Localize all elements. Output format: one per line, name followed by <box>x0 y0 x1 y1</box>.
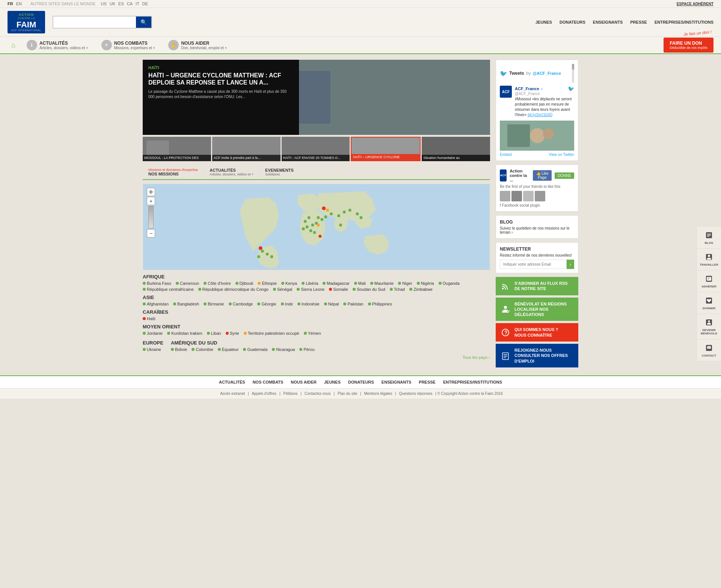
about-button[interactable]: ? QUI SOMMES NOUS ? NOUS CONNAÎTRE <box>496 323 578 342</box>
tab-actualites[interactable]: ACTUALITÉS Articles, dossiers, vidéos et… <box>204 165 259 179</box>
footer-extranet[interactable]: Accès extranet <box>220 391 245 396</box>
country-rdc[interactable]: République démocratique du Congo <box>198 287 268 292</box>
country-tchad[interactable]: Tchad <box>390 287 405 292</box>
country-bolivie[interactable]: Bolivie <box>171 347 187 352</box>
map-zoom-slider[interactable] <box>148 206 154 228</box>
nav-entreprises[interactable]: ENTREPRISES/INSTITUTIONS <box>655 20 713 24</box>
country-colombie[interactable]: Colombie <box>192 347 213 352</box>
twitter-scrollbar[interactable] <box>572 64 574 83</box>
country-senegal[interactable]: Sénégal <box>273 287 292 292</box>
side-benevole[interactable]: DEVENIR BÉNÉVOLE <box>697 314 721 339</box>
footer-petitions[interactable]: Pétitions <box>283 391 297 396</box>
home-icon[interactable]: ⌂ <box>8 38 19 52</box>
country-pakistan[interactable]: Pakistan <box>343 302 363 306</box>
tab-nos-missions[interactable]: Missions et domaines d'expertise NOS MIS… <box>143 165 204 179</box>
side-contact[interactable]: CONTACT <box>697 340 721 361</box>
subnav-nous-aider[interactable]: ✋ NOUS AIDER Don, bénévolat, emploi et + <box>163 37 232 53</box>
country-cote-ivoire[interactable]: Côte d'Ivoire <box>204 281 231 286</box>
footer-mentions[interactable]: Mentions légales <box>364 391 392 396</box>
map-zoom-in[interactable]: + <box>147 197 155 205</box>
country-kenya[interactable]: Kenya <box>281 281 297 286</box>
donate-button[interactable]: FAIRE UN DON Déductible de vos impôts <box>664 38 713 53</box>
country-sierra-leone[interactable]: Sierra Leone <box>297 287 324 292</box>
thumb-haiti-tonnes[interactable]: HAÏTI : ACF ENVOIE 20 TONNES D... <box>282 137 350 161</box>
logo[interactable]: ACTION CONTRE LA FAIM ACF INTERNATIONAL <box>8 11 45 33</box>
country-yemen[interactable]: Yémen <box>304 331 321 336</box>
footer-nav-enseignants[interactable]: ENSEIGNANTS <box>382 380 411 384</box>
footer-nav-nous-aider[interactable]: NOUS AIDER <box>291 380 317 384</box>
site-it[interactable]: IT <box>136 2 139 6</box>
country-palestine[interactable]: Territoire palestinien occupé <box>244 331 299 336</box>
nav-presse[interactable]: PRESSE <box>630 20 647 24</box>
rss-button[interactable]: S'ABONNER AU FLUX RSS DE NOTRE SITE <box>496 277 578 295</box>
footer-appels[interactable]: Appels d'offres <box>252 391 276 396</box>
jobs-button[interactable]: REJOIGNEZ-NOUS CONSULTER NOS OFFRES D'EM… <box>496 344 578 367</box>
country-mali[interactable]: Mali <box>354 281 366 286</box>
footer-nav-presse[interactable]: PRESSE <box>419 380 436 384</box>
nav-enseignants[interactable]: ENSEIGNANTS <box>593 20 623 24</box>
view-on-twitter[interactable]: View on Twitter <box>549 153 574 157</box>
country-liberia[interactable]: Libéria <box>302 281 318 286</box>
country-philippines[interactable]: Philippines <box>368 302 392 306</box>
tab-evenements[interactable]: EVENEMENTS Solidaires <box>259 165 299 179</box>
espace-adherent[interactable]: ESPACE ADHÉRENT <box>677 2 713 6</box>
country-perou[interactable]: Pérou <box>299 347 314 352</box>
country-somalie[interactable]: Somalie <box>329 287 348 292</box>
fb-give-button[interactable]: DONNE <box>555 172 574 179</box>
country-djibouti[interactable]: Djibouti <box>235 281 253 286</box>
map-zoom-out[interactable]: − <box>147 229 155 237</box>
country-birmanie[interactable]: Birmanie <box>204 302 224 306</box>
country-nicaragua[interactable]: Nicaragua <box>272 347 295 352</box>
country-georgie[interactable]: Géorgie <box>257 302 276 306</box>
footer-plan-site[interactable]: Plan du site <box>338 391 357 396</box>
embed-link[interactable]: Embed <box>500 153 512 157</box>
site-ca[interactable]: CA <box>127 2 133 6</box>
subnav-actualites[interactable]: ℹ ACTUALITÉS Articles, dossiers, vidéos … <box>21 37 94 53</box>
site-es[interactable]: ES <box>118 2 124 6</box>
thumb-mossoul[interactable]: MOSSOUL : LA PROTECTION DES <box>143 137 211 161</box>
country-afghanistan[interactable]: Afghanistan <box>143 302 169 306</box>
newsletter-email[interactable] <box>500 260 567 269</box>
country-niger[interactable]: Niger <box>398 281 412 286</box>
country-ukraine[interactable]: Ukraine <box>143 347 161 352</box>
side-blog[interactable]: BLOG <box>697 227 721 248</box>
footer-contact[interactable]: Contactez-nous <box>305 391 331 396</box>
country-ethiopie[interactable]: Éthiopie <box>258 281 277 286</box>
site-us[interactable]: US <box>101 2 107 6</box>
country-bangladesh[interactable]: Bangladesh <box>173 302 199 306</box>
map-compass[interactable]: ✛ <box>147 188 155 196</box>
side-adherer[interactable]: ADHÉRER <box>697 270 721 292</box>
thumb-situation[interactable]: Situation humanitaire au <box>422 137 490 161</box>
tweet-link[interactable]: bit.ly/2eU1b3Q <box>528 113 552 117</box>
country-equateur[interactable]: Équateur <box>218 347 239 352</box>
site-uk[interactable]: UK <box>110 2 115 6</box>
country-ouganda[interactable]: Ouganda <box>439 281 460 286</box>
country-liban[interactable]: Liban <box>207 331 221 336</box>
footer-nav-jeunes[interactable]: JEUNES <box>324 380 341 384</box>
country-rca[interactable]: République centrafricaine <box>143 287 194 292</box>
footer-nav-entreprises[interactable]: ENTREPRISES/INSTITUTIONS <box>443 380 502 384</box>
lang-en[interactable]: EN <box>16 2 22 6</box>
nav-donateurs[interactable]: DONATEURS <box>560 20 585 24</box>
search-input[interactable] <box>53 17 136 28</box>
country-jordanie[interactable]: Jordanie <box>143 331 163 336</box>
side-travailler[interactable]: TRAVAILLER <box>697 248 721 270</box>
blog-desc[interactable]: Suivez le quotidien de nos missions sur … <box>500 226 574 234</box>
fb-like-button[interactable]: 👍 Like Page <box>533 170 552 181</box>
all-countries-link[interactable]: Tous les pays › <box>143 355 490 360</box>
footer-nav-combats[interactable]: NOS COMBATS <box>253 380 284 384</box>
country-cameroun[interactable]: Cameroun <box>176 281 199 286</box>
country-nigeria[interactable]: Nigéria <box>417 281 434 286</box>
twitter-scrollbar-thumb[interactable] <box>572 64 574 70</box>
country-nepal[interactable]: Népal <box>324 302 339 306</box>
country-madagascar[interactable]: Madagascar <box>323 281 350 286</box>
subnav-combats[interactable]: ☀ NOS COMBATS Missions, expertises et + <box>96 37 161 53</box>
country-inde[interactable]: Inde <box>281 302 293 306</box>
country-syrie[interactable]: Syrie <box>226 331 239 336</box>
footer-nav-actualites[interactable]: ACTUALITÉS <box>219 380 245 384</box>
volunteer-button[interactable]: BÉNÉVOLAT EN RÉGIONS LOCALISER NOS DÉLÉG… <box>496 298 578 321</box>
twitter-handle[interactable]: @ACF_France <box>532 71 561 76</box>
side-donner[interactable]: DONNER <box>697 292 721 314</box>
nav-jeunes[interactable]: JEUNES <box>535 20 552 24</box>
country-cambodge[interactable]: Cambodge <box>229 302 253 306</box>
